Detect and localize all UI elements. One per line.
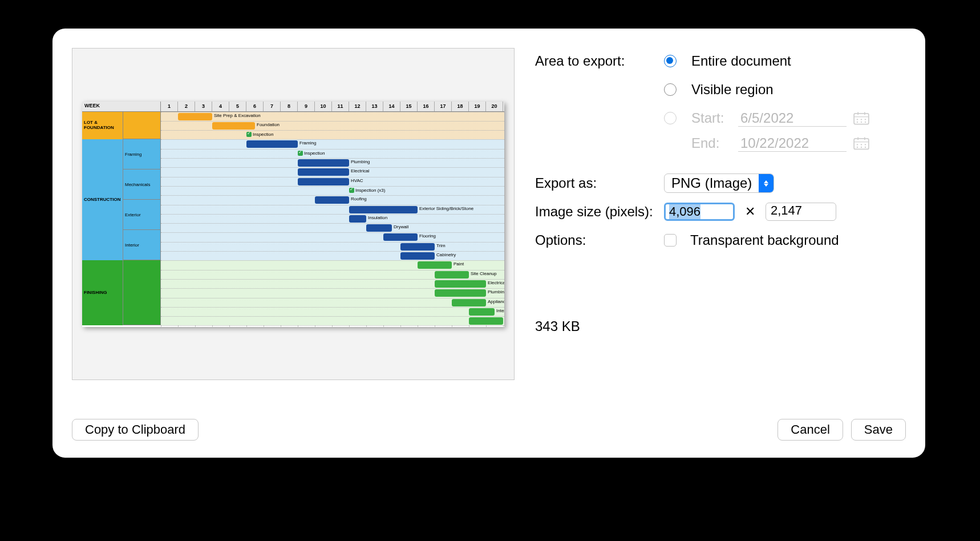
select-caret-icon [759,173,774,193]
cancel-button[interactable]: Cancel [777,419,843,441]
subphase-block: Mechanicals [123,169,161,200]
task-label: Exterior Siding/Brick/Stone [419,206,473,211]
options-label: Options: [535,232,664,248]
svg-point-20 [865,147,866,148]
area-row-end: End: 10/22/2022 [535,134,906,153]
gantt-preview: WEEK 1234567891011121314151617181920 LOT… [82,102,504,327]
task-bar [315,196,349,204]
task-label: Interior Cleanup [496,308,504,313]
transparent-bg-label[interactable]: Transparent background [690,232,839,248]
height-input[interactable]: 2,147 [766,203,836,221]
week-cell: 14 [383,102,400,111]
week-cell: 11 [332,102,349,111]
start-label: Start: [691,110,731,126]
options-row: Options: Transparent background [535,231,906,250]
radio-label-visible[interactable]: Visible region [691,82,774,98]
area-row-entire: Area to export: Entire document [535,51,906,71]
gantt-body: LOT & FOUNDATIONCONSTRUCTIONFramingMecha… [82,112,504,327]
task-label: Appliances [488,299,504,304]
svg-point-8 [857,122,858,123]
week-cell: 7 [264,102,281,111]
calendar-icon[interactable] [853,111,869,125]
area-row-visible: Visible region [535,80,906,99]
week-cell: 2 [178,102,195,111]
task-label: Plumbing Fixtures [488,289,504,294]
radio-entire-document[interactable] [664,55,677,67]
radio-visible-region[interactable] [664,83,677,96]
task-label: Foundation [257,122,280,127]
phase-block: LOT & FOUNDATION [82,112,123,140]
week-cell: 20 [486,102,503,111]
svg-point-15 [857,144,858,145]
task-bar [246,140,298,148]
week-cell: 8 [281,102,298,111]
task-bar [400,252,435,260]
task-bar [349,206,418,213]
svg-point-9 [861,122,862,123]
task-label: Site Prep & Excavation [214,113,261,118]
radio-label-entire[interactable]: Entire document [691,53,791,69]
end-label: End: [691,135,731,151]
svg-point-7 [865,119,866,120]
preview-frame: WEEK 1234567891011121314151617181920 LOT… [72,48,515,380]
week-cell: 19 [469,102,486,111]
task-bar [298,168,349,176]
task-label: HVAC [351,178,363,183]
svg-point-10 [865,122,866,123]
task-label: Flooring [419,233,436,239]
start-date-field[interactable]: 6/5/2022 [738,110,847,127]
week-cell: 17 [435,102,452,111]
week-cell: 5 [229,102,246,111]
phase-block: FINISHING [82,260,123,325]
settings-pane: Area to export: Entire document Visible … [535,48,906,382]
svg-point-6 [861,119,862,120]
task-bar [383,233,418,241]
week-cell: 15 [400,102,418,111]
task-bar [400,243,435,251]
subphase-block: Framing [123,139,161,169]
export-dialog: WEEK 1234567891011121314151617181920 LOT… [52,29,925,458]
file-size-text: 343 KB [535,318,906,334]
week-cell: 16 [418,102,435,111]
task-bar [298,159,349,167]
task-label: Drywall [394,224,408,229]
task-bar [469,308,495,316]
week-cell: 4 [212,102,229,111]
task-bar [418,261,452,269]
svg-point-19 [861,147,862,148]
week-cell: 3 [195,102,212,111]
width-input[interactable]: 4,096 [664,203,735,221]
radio-date-range[interactable] [664,112,677,124]
week-cell: 18 [452,102,469,111]
task-bar [349,215,366,223]
svg-point-17 [865,144,866,145]
export-as-label: Export as: [535,175,664,191]
format-select[interactable]: PNG (Image) [664,173,774,193]
task-bar [178,113,212,120]
task-label: Electrical [351,168,369,173]
gantt-header: WEEK 1234567891011121314151617181920 [82,102,504,112]
format-value: PNG (Image) [665,175,759,191]
save-button[interactable]: Save [851,419,906,441]
task-label: Site Cleanup [471,271,497,276]
image-size-row: Image size (pixels): 4,096 ✕ 2,147 [535,202,906,221]
end-date-field[interactable]: 10/22/2022 [738,135,847,152]
task-label: Roofing [351,196,367,201]
subphase-block [123,112,161,140]
task-bar [452,299,486,306]
task-bar [366,224,392,232]
copy-to-clipboard-button[interactable]: Copy to Clipboard [72,419,199,441]
week-cell: 10 [315,102,332,111]
task-label: Insulation [368,215,387,220]
task-label: Plumbing [351,159,370,164]
week-cell: 1 [161,102,178,111]
calendar-icon[interactable] [853,136,869,150]
task-label: Cabinetry [436,252,456,257]
transparent-bg-checkbox[interactable] [664,234,677,247]
image-size-label: Image size (pixels): [535,204,664,220]
subphase-block: Interior [123,230,161,260]
svg-point-18 [857,147,858,148]
subphase-block [123,260,161,325]
area-row-start: Start: 6/5/2022 [535,108,906,128]
task-label: Trim [436,243,446,248]
